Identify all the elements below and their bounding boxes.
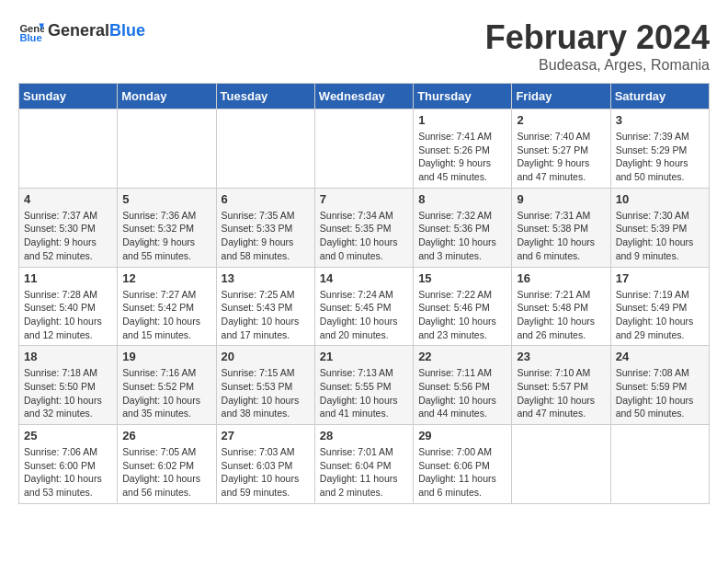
calendar-cell: 18Sunrise: 7:18 AM Sunset: 5:50 PM Dayli… xyxy=(19,346,118,425)
cell-content: Sunrise: 7:35 AM Sunset: 5:33 PM Dayligh… xyxy=(222,209,310,263)
cell-content: Sunrise: 7:39 AM Sunset: 5:29 PM Dayligh… xyxy=(616,130,704,184)
weekday-header-row: SundayMondayTuesdayWednesdayThursdayFrid… xyxy=(19,84,710,109)
day-number: 26 xyxy=(122,429,210,442)
cell-content: Sunrise: 7:37 AM Sunset: 5:30 PM Dayligh… xyxy=(24,209,112,263)
location-title: Budeasa, Arges, Romania xyxy=(485,57,710,74)
calendar-cell: 22Sunrise: 7:11 AM Sunset: 5:56 PM Dayli… xyxy=(414,346,512,425)
calendar-cell: 29Sunrise: 7:00 AM Sunset: 6:06 PM Dayli… xyxy=(414,425,512,504)
cell-content: Sunrise: 7:00 AM Sunset: 6:06 PM Dayligh… xyxy=(418,445,506,500)
week-row-3: 11Sunrise: 7:28 AM Sunset: 5:40 PM Dayli… xyxy=(19,267,710,346)
calendar-cell: 7Sunrise: 7:34 AM Sunset: 5:35 PM Daylig… xyxy=(314,188,413,267)
cell-content: Sunrise: 7:11 AM Sunset: 5:56 PM Dayligh… xyxy=(418,366,506,420)
day-number: 29 xyxy=(418,429,506,442)
cell-content: Sunrise: 7:36 AM Sunset: 5:32 PM Dayligh… xyxy=(122,209,210,263)
calendar-cell: 26Sunrise: 7:05 AM Sunset: 6:02 PM Dayli… xyxy=(118,425,216,504)
weekday-header-thursday: Thursday xyxy=(414,84,512,109)
calendar-cell: 11Sunrise: 7:28 AM Sunset: 5:40 PM Dayli… xyxy=(19,267,118,346)
weekday-header-sunday: Sunday xyxy=(19,84,118,109)
day-number: 8 xyxy=(418,192,506,206)
day-number: 25 xyxy=(24,429,112,442)
calendar-cell xyxy=(512,425,610,504)
weekday-header-friday: Friday xyxy=(512,84,610,109)
day-number: 10 xyxy=(616,192,704,206)
cell-content: Sunrise: 7:03 AM Sunset: 6:03 PM Dayligh… xyxy=(222,445,310,500)
day-number: 17 xyxy=(616,271,704,285)
cell-content: Sunrise: 7:25 AM Sunset: 5:43 PM Dayligh… xyxy=(222,288,310,342)
calendar-cell: 23Sunrise: 7:10 AM Sunset: 5:57 PM Dayli… xyxy=(512,346,610,425)
cell-content: Sunrise: 7:15 AM Sunset: 5:53 PM Dayligh… xyxy=(222,366,310,420)
calendar-cell: 14Sunrise: 7:24 AM Sunset: 5:45 PM Dayli… xyxy=(314,267,413,346)
calendar-cell: 5Sunrise: 7:36 AM Sunset: 5:32 PM Daylig… xyxy=(118,188,216,267)
cell-content: Sunrise: 7:27 AM Sunset: 5:42 PM Dayligh… xyxy=(122,288,210,342)
cell-content: Sunrise: 7:16 AM Sunset: 5:52 PM Dayligh… xyxy=(122,366,210,420)
day-number: 21 xyxy=(320,350,408,363)
day-number: 3 xyxy=(616,113,704,127)
calendar-cell: 13Sunrise: 7:25 AM Sunset: 5:43 PM Dayli… xyxy=(216,267,314,346)
day-number: 4 xyxy=(24,192,112,206)
day-number: 16 xyxy=(517,271,605,285)
calendar-cell: 24Sunrise: 7:08 AM Sunset: 5:59 PM Dayli… xyxy=(610,346,709,425)
cell-content: Sunrise: 7:40 AM Sunset: 5:27 PM Dayligh… xyxy=(517,130,605,184)
day-number: 27 xyxy=(222,429,310,442)
calendar-cell: 2Sunrise: 7:40 AM Sunset: 5:27 PM Daylig… xyxy=(512,109,610,189)
day-number: 18 xyxy=(24,350,112,363)
logo-general-text: GeneralBlue xyxy=(48,22,145,40)
day-number: 6 xyxy=(222,192,310,206)
calendar-cell xyxy=(314,109,413,189)
cell-content: Sunrise: 7:31 AM Sunset: 5:38 PM Dayligh… xyxy=(517,209,605,263)
day-number: 20 xyxy=(222,350,310,363)
week-row-2: 4Sunrise: 7:37 AM Sunset: 5:30 PM Daylig… xyxy=(19,188,710,267)
calendar-cell: 25Sunrise: 7:06 AM Sunset: 6:00 PM Dayli… xyxy=(19,425,118,504)
day-number: 7 xyxy=(320,192,408,206)
day-number: 9 xyxy=(517,192,605,206)
title-area: February 2024 Budeasa, Arges, Romania xyxy=(485,18,710,74)
day-number: 19 xyxy=(122,350,210,363)
calendar-cell: 10Sunrise: 7:30 AM Sunset: 5:39 PM Dayli… xyxy=(610,188,709,267)
cell-content: Sunrise: 7:30 AM Sunset: 5:39 PM Dayligh… xyxy=(616,209,704,263)
calendar-cell xyxy=(216,109,314,189)
calendar-cell: 21Sunrise: 7:13 AM Sunset: 5:55 PM Dayli… xyxy=(314,346,413,425)
cell-content: Sunrise: 7:13 AM Sunset: 5:55 PM Dayligh… xyxy=(320,366,408,420)
day-number: 5 xyxy=(122,192,210,206)
calendar-cell: 4Sunrise: 7:37 AM Sunset: 5:30 PM Daylig… xyxy=(19,188,118,267)
calendar-cell xyxy=(118,109,216,189)
cell-content: Sunrise: 7:18 AM Sunset: 5:50 PM Dayligh… xyxy=(24,366,112,420)
calendar-cell: 17Sunrise: 7:19 AM Sunset: 5:49 PM Dayli… xyxy=(610,267,709,346)
day-number: 13 xyxy=(222,271,310,285)
day-number: 28 xyxy=(320,429,408,442)
day-number: 1 xyxy=(418,113,506,127)
cell-content: Sunrise: 7:21 AM Sunset: 5:48 PM Dayligh… xyxy=(517,288,605,342)
calendar-cell: 8Sunrise: 7:32 AM Sunset: 5:36 PM Daylig… xyxy=(414,188,512,267)
weekday-header-saturday: Saturday xyxy=(610,84,709,109)
week-row-4: 18Sunrise: 7:18 AM Sunset: 5:50 PM Dayli… xyxy=(19,346,710,425)
calendar-cell xyxy=(19,109,118,189)
day-number: 14 xyxy=(320,271,408,285)
weekday-header-monday: Monday xyxy=(118,84,216,109)
calendar-cell: 19Sunrise: 7:16 AM Sunset: 5:52 PM Dayli… xyxy=(118,346,216,425)
logo: Gene Blue GeneralBlue xyxy=(18,18,145,44)
calendar-cell xyxy=(610,425,709,504)
day-number: 15 xyxy=(418,271,506,285)
month-title: February 2024 xyxy=(485,18,710,57)
calendar-cell: 27Sunrise: 7:03 AM Sunset: 6:03 PM Dayli… xyxy=(216,425,314,504)
cell-content: Sunrise: 7:22 AM Sunset: 5:46 PM Dayligh… xyxy=(418,288,506,342)
cell-content: Sunrise: 7:01 AM Sunset: 6:04 PM Dayligh… xyxy=(320,445,408,500)
cell-content: Sunrise: 7:41 AM Sunset: 5:26 PM Dayligh… xyxy=(418,130,506,184)
calendar-cell: 16Sunrise: 7:21 AM Sunset: 5:48 PM Dayli… xyxy=(512,267,610,346)
logo-icon: Gene Blue xyxy=(18,18,44,44)
cell-content: Sunrise: 7:34 AM Sunset: 5:35 PM Dayligh… xyxy=(320,209,408,263)
header: Gene Blue GeneralBlue February 2024 Bude… xyxy=(18,18,710,74)
cell-content: Sunrise: 7:19 AM Sunset: 5:49 PM Dayligh… xyxy=(616,288,704,342)
day-number: 11 xyxy=(24,271,112,285)
cell-content: Sunrise: 7:08 AM Sunset: 5:59 PM Dayligh… xyxy=(616,366,704,420)
day-number: 23 xyxy=(517,350,605,363)
calendar-cell: 15Sunrise: 7:22 AM Sunset: 5:46 PM Dayli… xyxy=(414,267,512,346)
weekday-header-tuesday: Tuesday xyxy=(216,84,314,109)
calendar-cell: 3Sunrise: 7:39 AM Sunset: 5:29 PM Daylig… xyxy=(610,109,709,189)
cell-content: Sunrise: 7:24 AM Sunset: 5:45 PM Dayligh… xyxy=(320,288,408,342)
day-number: 12 xyxy=(122,271,210,285)
day-number: 22 xyxy=(418,350,506,363)
day-number: 2 xyxy=(517,113,605,127)
calendar-cell: 9Sunrise: 7:31 AM Sunset: 5:38 PM Daylig… xyxy=(512,188,610,267)
calendar-cell: 12Sunrise: 7:27 AM Sunset: 5:42 PM Dayli… xyxy=(118,267,216,346)
